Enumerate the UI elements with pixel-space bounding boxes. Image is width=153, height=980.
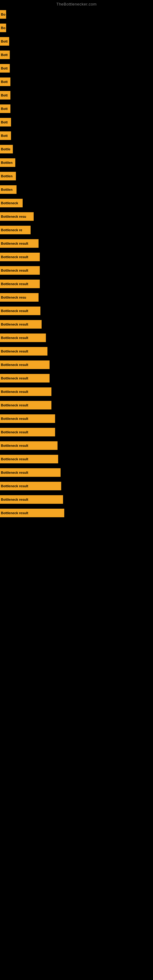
bar-row: Bottleneck result <box>0 358 153 371</box>
bar-row: Bo <box>0 8 153 21</box>
bar-item: Bottleneck result <box>0 253 40 261</box>
bar-item: Bott <box>0 91 10 100</box>
bar-row: Bottleneck result <box>0 250 153 264</box>
bar-label: Bottlen <box>1 188 13 191</box>
bar-label: Bottleneck result <box>1 269 28 272</box>
bar-label: Bottleneck resu <box>1 215 26 218</box>
bar-item: Bottleneck result <box>0 280 40 288</box>
bar-item: Bott <box>0 51 10 59</box>
bar-label: Bottleneck result <box>1 511 28 515</box>
bar-item: Bottleneck result <box>0 347 48 356</box>
bar-label: Bottleneck result <box>1 457 28 461</box>
bar-label: Bottleneck result <box>1 403 28 407</box>
bar-item: Bottleneck result <box>0 334 46 342</box>
bar-row: Bottleneck result <box>0 237 153 250</box>
bar-label: Bottleneck result <box>1 309 28 313</box>
bar-label: Bottleneck result <box>1 390 28 393</box>
bar-item: Bottleneck result <box>0 428 55 436</box>
bar-label: Bottleneck resu <box>1 296 26 299</box>
bar-item: Bottleneck result <box>0 482 61 490</box>
bar-item: Bottleneck resu <box>0 212 33 221</box>
bar-item: Bottleneck re <box>0 226 30 234</box>
bar-label: Bottle <box>1 147 10 151</box>
bar-label: Bott <box>1 67 8 70</box>
bar-item: Bottleneck result <box>0 320 41 329</box>
bar-label: Bo <box>1 26 5 30</box>
bar-item: Bottlen <box>0 172 16 180</box>
bar-label: Bott <box>1 53 8 57</box>
bar-row: Bottleneck resu <box>0 291 153 304</box>
site-title: TheBottlenecker.com <box>0 0 153 8</box>
bar-label: Bottlen <box>1 161 13 164</box>
bar-label: Bottlen <box>1 174 13 178</box>
bar-label: Bottleneck result <box>1 417 28 420</box>
bar-label: Bottleneck result <box>1 376 28 380</box>
bar-row: Bottleneck result <box>0 493 153 506</box>
bar-row: Bott <box>0 75 153 89</box>
bar-item: Bottleneck result <box>0 495 63 504</box>
bar-item: Bottleneck result <box>0 266 40 275</box>
bar-label: Bottleneck result <box>1 471 28 474</box>
bar-item: Bottleneck result <box>0 360 49 369</box>
bar-label: Bottleneck result <box>1 484 28 488</box>
bar-row: Bott <box>0 129 153 142</box>
bar-item: Bott <box>0 131 11 140</box>
bar-item: Bott <box>0 105 10 113</box>
bar-label: Bottleneck result <box>1 242 28 245</box>
bar-row: Bottleneck result <box>0 506 153 520</box>
bar-label: Bott <box>1 40 8 43</box>
bar-item: Bottlen <box>0 185 16 194</box>
bar-row: Bottleneck re <box>0 223 153 237</box>
bar-label: Bott <box>1 107 8 111</box>
bar-row: Bottleneck result <box>0 264 153 277</box>
bar-row: Bottleneck result <box>0 385 153 398</box>
bar-row: Bott <box>0 62 153 75</box>
bar-item: Bottleneck result <box>0 468 61 477</box>
bar-row: Bottleneck result <box>0 412 153 425</box>
bar-item: Bottleneck result <box>0 509 64 517</box>
bar-row: Bottleneck result <box>0 345 153 358</box>
bar-item: Bo <box>0 10 6 19</box>
bar-item: Bottleneck result <box>0 307 40 315</box>
bar-row: Bottleneck resu <box>0 210 153 223</box>
bar-label: Bottleneck re <box>1 228 22 232</box>
bar-row: Bottlen <box>0 183 153 196</box>
bar-row: Bottlen <box>0 169 153 183</box>
bar-label: Bott <box>1 94 8 97</box>
bar-row: Bottleneck result <box>0 304 153 318</box>
bar-row: Bo <box>0 21 153 35</box>
bar-label: Bottleneck result <box>1 323 28 326</box>
bar-item: Bottleneck result <box>0 455 58 463</box>
bar-item: Bo <box>0 24 6 32</box>
bar-row: Bottleneck result <box>0 452 153 466</box>
bar-label: Bottleneck result <box>1 336 28 340</box>
bar-row: Bottleneck result <box>0 318 153 331</box>
bar-item: Bott <box>0 78 10 86</box>
bar-row: Bottleneck result <box>0 439 153 452</box>
bar-row: Bott <box>0 35 153 48</box>
bar-label: Bottleneck result <box>1 498 28 501</box>
bar-label: Bottleneck <box>1 201 18 205</box>
bar-row: Bottleneck result <box>0 331 153 345</box>
bar-item: Bottleneck result <box>0 441 57 450</box>
bar-item: Bott <box>0 64 10 73</box>
bar-row: Bottleneck <box>0 196 153 210</box>
bar-row: Bottleneck result <box>0 479 153 493</box>
bar-row: Bottleneck result <box>0 466 153 479</box>
bar-label: Bottleneck result <box>1 430 28 434</box>
bar-item: Bottlen <box>0 158 15 167</box>
bar-item: Bottleneck result <box>0 239 38 248</box>
bar-row: Bott <box>0 102 153 115</box>
bar-row: Bottleneck result <box>0 425 153 439</box>
bar-row: Bottleneck result <box>0 371 153 385</box>
bar-label: Bottleneck result <box>1 350 28 353</box>
bar-label: Bott <box>1 134 8 137</box>
bar-label: Bott <box>1 120 8 124</box>
bar-label: Bottleneck result <box>1 255 28 259</box>
bar-label: Bo <box>1 13 5 16</box>
bar-label: Bottleneck result <box>1 363 28 367</box>
bar-row: Bottleneck result <box>0 398 153 412</box>
bar-label: Bott <box>1 80 8 84</box>
bar-item: Bottleneck resu <box>0 293 38 302</box>
bar-label: Bottleneck result <box>1 282 28 286</box>
